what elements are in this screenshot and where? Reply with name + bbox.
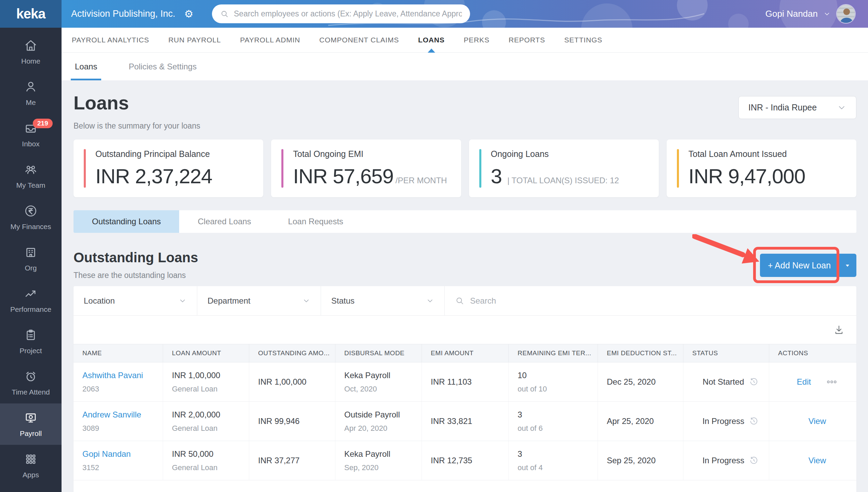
status-filter[interactable]: Status xyxy=(321,286,445,315)
decor-bubble xyxy=(581,3,632,28)
avatar[interactable] xyxy=(836,4,856,24)
chevron-down-icon xyxy=(823,10,831,18)
history-icon[interactable] xyxy=(749,456,759,465)
filter-label: Status xyxy=(331,296,355,306)
nav-payroll-analytics[interactable]: PAYROLL ANALYTICS xyxy=(72,28,149,53)
col-header-outstanding: OUTSTANDING AMO... xyxy=(249,344,335,362)
sidebar-item-label: Performance xyxy=(10,305,51,314)
edit-action-link[interactable]: Edit xyxy=(797,377,811,387)
card-value: 3 xyxy=(491,164,502,188)
section-header: Outstanding Loans These are the outstand… xyxy=(74,250,198,280)
table-search xyxy=(445,286,856,315)
col-header-actions: ACTIONS xyxy=(769,344,856,362)
col-header-name: NAME xyxy=(74,344,163,362)
user-name: Gopi Nandan xyxy=(765,9,818,19)
card-value: INR 9,47,000 xyxy=(689,164,805,188)
currency-select[interactable]: INR - India Rupee xyxy=(738,96,856,119)
sidebar-item-label: Org xyxy=(25,264,37,272)
sidebar-item-inbox[interactable]: 219 Inbox xyxy=(0,114,62,155)
team-icon xyxy=(24,162,38,177)
download-icon xyxy=(833,324,845,336)
employee-name-link[interactable]: Andrew Sanville xyxy=(82,410,163,420)
sidebar-item-performance[interactable]: Performance xyxy=(0,279,62,321)
nav-label: LOANS xyxy=(418,36,445,44)
card-label: Outstanding Principal Balance xyxy=(95,149,263,159)
card-label: Ongoing Loans xyxy=(491,149,659,159)
sidebar-item-org[interactable]: Org xyxy=(0,238,62,279)
table-row: Andrew Sanville3089 INR 2,00,000General … xyxy=(74,402,856,441)
nav-label: REPORTS xyxy=(509,36,545,44)
department-filter[interactable]: Department xyxy=(197,286,321,315)
tab-policies-settings[interactable]: Policies & Settings xyxy=(124,53,201,80)
filter-label: Department xyxy=(208,296,250,306)
inbox-count-badge: 219 xyxy=(33,119,53,128)
sidebar-item-payroll[interactable]: Payroll xyxy=(0,403,62,445)
global-search-input[interactable] xyxy=(234,9,462,18)
caret-down-icon xyxy=(844,262,851,269)
company-settings-gear-icon[interactable]: ⚙ xyxy=(184,9,193,19)
remaining-emi: 3 xyxy=(518,410,598,420)
history-icon[interactable] xyxy=(749,416,759,426)
nav-loans[interactable]: LOANS xyxy=(418,28,445,53)
nav-settings[interactable]: SETTINGS xyxy=(564,28,602,53)
col-header-emi-amount: EMI AMOUNT xyxy=(422,344,509,362)
keka-logo[interactable]: keka xyxy=(0,0,62,28)
col-header-loan-amount: LOAN AMOUNT xyxy=(163,344,249,362)
add-new-loan-label: + Add New Loan xyxy=(768,261,831,270)
main-content: Loans Below is the summary for your loan… xyxy=(62,80,868,492)
decor-bubble xyxy=(482,10,506,28)
sidebar-item-apps[interactable]: Apps xyxy=(0,445,62,486)
card-total-ongoing-emi: Total Ongoing EMI INR 57,659/PER MONTH xyxy=(271,139,461,197)
emi-deduction-start: Sep 25, 2020 xyxy=(607,456,683,465)
loan-type: General Loan xyxy=(172,385,249,394)
subtab-label: Loans xyxy=(75,62,97,71)
subtab-label: Policies & Settings xyxy=(129,62,197,71)
employee-id: 2063 xyxy=(82,385,163,394)
emi-amount: INR 11,103 xyxy=(431,377,508,387)
location-filter[interactable]: Location xyxy=(74,286,197,315)
history-icon[interactable] xyxy=(749,377,759,387)
user-menu[interactable]: Gopi Nandan xyxy=(765,0,856,28)
tab-outstanding-loans[interactable]: Outstanding Loans xyxy=(74,210,179,233)
employee-name-link[interactable]: Ashwitha Pavani xyxy=(82,371,163,380)
nav-reports[interactable]: REPORTS xyxy=(509,28,545,53)
table-search-input[interactable] xyxy=(470,296,846,306)
outstanding-amount: INR 99,946 xyxy=(258,416,335,426)
view-action-link[interactable]: View xyxy=(809,416,826,426)
nav-label: RUN PAYROLL xyxy=(168,36,221,44)
loan-tab-label: Outstanding Loans xyxy=(92,217,161,226)
nav-component-claims[interactable]: COMPONENT CLAIMS xyxy=(319,28,399,53)
sidebar-item-time-attend[interactable]: Time Attend xyxy=(0,362,62,403)
sidebar-item-me[interactable]: Me xyxy=(0,72,62,114)
tab-cleared-loans[interactable]: Cleared Loans xyxy=(179,210,269,233)
nav-label: PAYROLL ANALYTICS xyxy=(72,36,149,44)
sidebar-item-my-finances[interactable]: My Finances xyxy=(0,197,62,238)
view-action-link[interactable]: View xyxy=(809,456,826,465)
emi-amount: INR 33,821 xyxy=(431,416,508,426)
card-total-loan-issued: Total Loan Amount Issued INR 9,47,000 xyxy=(667,139,856,197)
more-actions-icon[interactable] xyxy=(826,376,838,388)
global-search[interactable] xyxy=(212,4,470,23)
tab-loans[interactable]: Loans xyxy=(71,53,101,80)
nav-perks[interactable]: PERKS xyxy=(464,28,490,53)
sidebar-item-label: Home xyxy=(21,57,40,65)
add-new-loan-button[interactable]: + Add New Loan xyxy=(760,254,839,277)
alarm-clock-icon xyxy=(24,369,38,384)
add-new-loan-dropdown-button[interactable] xyxy=(839,254,856,277)
nav-label: COMPONENT CLAIMS xyxy=(319,36,399,44)
sidebar-item-home[interactable]: Home xyxy=(0,31,62,72)
nav-payroll-admin[interactable]: PAYROLL ADMIN xyxy=(240,28,300,53)
topbar-left: Activision Publishing, Inc. ⚙ xyxy=(71,0,193,28)
subnav: Loans Policies & Settings xyxy=(62,53,868,80)
nav-run-payroll[interactable]: RUN PAYROLL xyxy=(168,28,221,53)
filter-row: Location Department Status xyxy=(74,286,856,316)
employee-name-link[interactable]: Gopi Nandan xyxy=(82,449,163,459)
disbursal-mode: Outside Payroll xyxy=(344,410,422,420)
tab-loan-requests[interactable]: Loan Requests xyxy=(270,210,362,233)
table-row: Gopi Nandan3152 INR 50,000General Loan I… xyxy=(74,441,856,480)
loan-amount: INR 50,000 xyxy=(172,449,249,459)
building-icon xyxy=(24,245,38,260)
sidebar-item-my-team[interactable]: My Team xyxy=(0,155,62,197)
download-button[interactable] xyxy=(833,324,845,336)
sidebar-item-project[interactable]: Project xyxy=(0,321,62,362)
